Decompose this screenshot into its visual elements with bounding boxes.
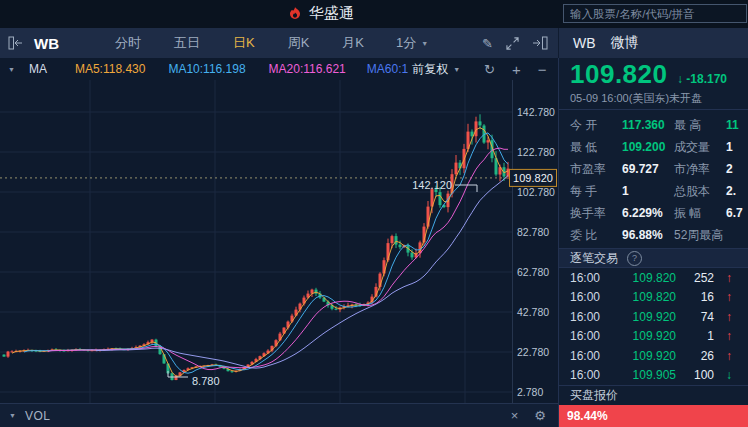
interval-label: 1分 xyxy=(396,34,416,52)
stat-value: 69.727 xyxy=(622,162,659,176)
stat-label: 每 手 xyxy=(570,180,616,202)
trade-volume: 74 xyxy=(676,310,714,324)
trade-down-arrow-icon: ↓ xyxy=(723,368,735,382)
svg-text:62.780: 62.780 xyxy=(517,266,549,278)
zoom-in-icon[interactable]: + xyxy=(512,61,521,78)
tab-日K[interactable]: 日K xyxy=(233,34,255,52)
trade-row: 16:00109.905100↓ xyxy=(559,366,748,386)
chart-annotations: 142.1208.780 xyxy=(168,179,477,387)
trade-time: 16:00 xyxy=(570,290,614,304)
top-header: 华盛通 xyxy=(0,0,748,29)
svg-text:22.780: 22.780 xyxy=(517,346,549,358)
tick-trades-header[interactable]: 逐笔交易 ? xyxy=(559,248,748,268)
stat-label: 最 低 xyxy=(570,136,616,158)
bid-quotes-header: 买盘报价 xyxy=(559,385,748,405)
tab-分时[interactable]: 分时 xyxy=(115,34,141,52)
trade-time: 16:00 xyxy=(570,368,614,382)
ma-lines xyxy=(12,128,508,377)
help-question-icon[interactable]: ? xyxy=(627,251,642,266)
tick-trades-list: 16:00109.820252↑16:00109.82016↑16:00109.… xyxy=(559,268,748,385)
stat-label: 成交量 xyxy=(674,136,720,158)
chevron-down-icon: ▼ xyxy=(453,66,460,73)
trade-volume: 16 xyxy=(676,290,714,304)
quote-panel-header: WB 微博 xyxy=(558,28,748,58)
stat-label: 振 幅 xyxy=(674,202,720,224)
indicator-bar: ▼ MA MA5:118.430 MA10:116.198 MA20:116.6… xyxy=(0,58,558,80)
stat-row: 市净率2 xyxy=(674,158,748,180)
ma10-value: MA10:116.198 xyxy=(168,62,245,76)
tab-周K[interactable]: 周K xyxy=(288,34,310,52)
trade-price: 109.920 xyxy=(614,349,676,363)
tab-五日[interactable]: 五日 xyxy=(174,34,200,52)
trade-up-arrow-icon: ↑ xyxy=(723,290,735,304)
trade-row: 16:00109.9201↑ xyxy=(559,327,748,347)
stat-label: 52周最高 xyxy=(674,224,723,246)
trade-up-arrow-icon: ↑ xyxy=(723,310,735,324)
app-title: 华盛通 xyxy=(309,4,354,23)
adjust-mode-dropdown[interactable]: 前复权 ▼ xyxy=(412,61,460,78)
fullscreen-expand-icon[interactable] xyxy=(506,37,519,50)
trade-time: 16:00 xyxy=(570,349,614,363)
stat-row: 成交量1 xyxy=(674,136,748,158)
trade-time: 16:00 xyxy=(570,310,614,324)
stat-label: 总股本 xyxy=(674,180,720,202)
stat-row: 总股本2. xyxy=(674,180,748,202)
zoom-out-icon[interactable]: − xyxy=(538,61,547,78)
svg-text:82.780: 82.780 xyxy=(517,226,549,238)
chart-canvas[interactable]: 142.780122.780102.78082.78062.78042.7802… xyxy=(0,80,558,403)
trade-row: 16:00109.820252↑ xyxy=(559,268,748,288)
open-right-panel-icon[interactable] xyxy=(532,36,548,50)
svg-text:42.780: 42.780 xyxy=(517,306,549,318)
stock-search-input[interactable] xyxy=(563,4,747,23)
quote-name: 微博 xyxy=(611,34,639,52)
stat-label: 市净率 xyxy=(674,158,720,180)
chevron-down-icon[interactable]: ▼ xyxy=(8,66,15,73)
trade-volume: 26 xyxy=(676,349,714,363)
adjust-label: 前复权 xyxy=(412,61,448,78)
price-change: ↓ -18.170 xyxy=(677,72,727,86)
trade-volume: 252 xyxy=(676,271,714,285)
stat-label: 最 高 xyxy=(674,114,720,136)
trade-price: 109.920 xyxy=(614,310,676,324)
ma5-value: MA5:118.430 xyxy=(75,62,146,76)
svg-text:109.820: 109.820 xyxy=(513,172,553,184)
stat-label: 委 比 xyxy=(570,224,616,246)
ma-group-label[interactable]: MA xyxy=(29,62,47,76)
trading-app-window: 华盛通 WB 分时五日日K周K月K 1分 ▼ ✎ WB 微博 ▼ MA MA5: xyxy=(0,0,748,427)
trade-row: 16:00109.92026↑ xyxy=(559,346,748,366)
vol-label[interactable]: VOL xyxy=(25,409,51,423)
stat-value: 1 xyxy=(622,184,629,198)
stat-row: 委 比96.88% xyxy=(570,224,674,246)
close-icon[interactable]: × xyxy=(511,408,519,423)
symbol-label: WB xyxy=(34,35,59,52)
draw-pencil-icon[interactable]: ✎ xyxy=(482,36,493,51)
quote-panel: 109.820 ↓ -18.170 05-09 16:00(美国东)未开盘 今 … xyxy=(558,58,748,427)
stat-value: 109.200 xyxy=(622,140,665,154)
volume-pane-header: ▼ VOL × ⚙ xyxy=(0,403,558,427)
stat-label: 换手率 xyxy=(570,202,616,224)
bid-ratio-bar: 98.44% xyxy=(559,405,748,427)
svg-text:8.780: 8.780 xyxy=(192,375,220,387)
volume-pane-icons: × ⚙ xyxy=(511,408,546,423)
collapse-left-panel-icon[interactable] xyxy=(8,36,24,50)
stat-value: 6.229% xyxy=(622,206,663,220)
trade-up-arrow-icon: ↑ xyxy=(723,329,735,343)
bid-ratio-value: 98.44% xyxy=(567,409,608,423)
stat-row: 最 高11 xyxy=(674,114,748,136)
period-tabs: 分时五日日K周K月K xyxy=(115,34,364,52)
trade-time: 16:00 xyxy=(570,271,614,285)
candlestick-chart[interactable]: 142.780122.780102.78082.78062.78042.7802… xyxy=(0,80,558,403)
interval-dropdown[interactable]: 1分 ▼ xyxy=(396,34,428,52)
gear-icon[interactable]: ⚙ xyxy=(534,408,546,423)
chart-toolbar: WB 分时五日日K周K月K 1分 ▼ ✎ xyxy=(0,28,558,58)
stat-value: 117.360 xyxy=(622,118,665,132)
stat-row: 每 手1 xyxy=(570,180,674,202)
ma60-value: MA60:1 xyxy=(367,62,408,76)
stat-value: 6.7 xyxy=(726,206,743,220)
bid-quotes-title: 买盘报价 xyxy=(570,387,618,404)
market-status-line: 05-09 16:00(美国东)未开盘 xyxy=(570,91,748,106)
chevron-down-icon[interactable]: ▼ xyxy=(9,412,16,419)
refresh-icon[interactable]: ↻ xyxy=(484,62,495,77)
tab-月K[interactable]: 月K xyxy=(342,34,364,52)
svg-text:2.780: 2.780 xyxy=(517,386,543,398)
